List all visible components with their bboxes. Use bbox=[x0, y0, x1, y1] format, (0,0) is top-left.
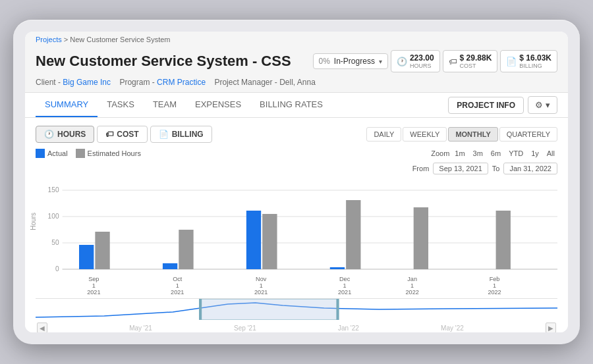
svg-text:2021: 2021 bbox=[87, 289, 100, 296]
monthly-period-button[interactable]: MONTHLY bbox=[448, 127, 497, 142]
status-text: In-Progress bbox=[334, 57, 375, 66]
status-chevron-icon: ▾ bbox=[379, 58, 382, 65]
tag-icon: 🏷 bbox=[449, 57, 457, 66]
svg-text:Feb: Feb bbox=[490, 276, 500, 282]
zoom-1m-button[interactable]: 1m bbox=[452, 148, 467, 159]
cost-value: $ 29.88K bbox=[460, 53, 492, 63]
svg-text:Sep: Sep bbox=[88, 276, 99, 282]
project-header: New Customer Service System - CSS 0% In-… bbox=[36, 46, 557, 78]
status-pill[interactable]: 0% In-Progress ▾ bbox=[313, 53, 388, 69]
svg-text:Nov: Nov bbox=[256, 276, 267, 282]
tab-summary[interactable]: SUMMARY bbox=[36, 93, 98, 117]
gear-dropdown-icon: ▾ bbox=[546, 100, 550, 110]
program-link[interactable]: CRM Practice bbox=[157, 78, 206, 87]
svg-text:Jan: Jan bbox=[407, 276, 417, 282]
tab-tasks[interactable]: TASKS bbox=[98, 93, 144, 117]
svg-text:1: 1 bbox=[260, 282, 263, 289]
cost-type-button[interactable]: 🏷 COST bbox=[97, 126, 147, 143]
clock-small-icon: 🕐 bbox=[44, 130, 54, 139]
svg-rect-28 bbox=[199, 299, 202, 320]
zoom-row: Zoom 1m 3m 6m YTD 1y All bbox=[431, 148, 557, 159]
svg-text:2021: 2021 bbox=[254, 289, 268, 296]
mini-chart-area: ◀ May '21 Sep '21 Jan '22 May '22 ▶ bbox=[36, 298, 557, 325]
tag-small-icon: 🏷 bbox=[105, 130, 113, 139]
meta-row: Client - Big Game Inc Program - CRM Prac… bbox=[36, 78, 557, 92]
legend-zoom-row: Actual Estimated Hours Zoom 1m 3m 6m YTD… bbox=[36, 148, 557, 159]
to-label: To bbox=[492, 165, 500, 172]
hours-type-button[interactable]: 🕐 HOURS bbox=[36, 126, 94, 143]
zoom-6m-button[interactable]: 6m bbox=[488, 148, 503, 159]
svg-text:2022: 2022 bbox=[488, 289, 501, 296]
clock-icon: 🕐 bbox=[397, 57, 407, 66]
actual-legend-label: Actual bbox=[47, 149, 68, 157]
client-link[interactable]: Big Game Inc bbox=[63, 78, 111, 87]
billing-label: BILLING bbox=[519, 63, 551, 69]
screen: Projects > New Customer Service System N… bbox=[25, 32, 568, 332]
mini-label-sep21: Sep '21 bbox=[234, 325, 256, 332]
bar-sep-actual bbox=[79, 245, 94, 269]
cost-label: COST bbox=[460, 63, 492, 69]
scroll-left-button[interactable]: ◀ bbox=[37, 323, 47, 332]
bar-feb-estimated bbox=[496, 211, 511, 269]
top-bar: Projects > New Customer Service System N… bbox=[25, 32, 568, 93]
bar-oct-estimated bbox=[179, 230, 193, 269]
bar-dec-actual bbox=[330, 267, 345, 269]
svg-text:0: 0 bbox=[55, 265, 59, 273]
zoom-ytd-button[interactable]: YTD bbox=[506, 148, 526, 159]
svg-text:2021: 2021 bbox=[338, 289, 351, 296]
from-date[interactable]: Sep 13, 2021 bbox=[433, 163, 488, 174]
scroll-right-button[interactable]: ▶ bbox=[546, 323, 556, 332]
svg-text:2022: 2022 bbox=[406, 289, 419, 296]
doc-icon: 📄 bbox=[159, 130, 169, 139]
mini-chart-svg bbox=[36, 299, 557, 320]
hours-value: 223.00 bbox=[410, 53, 434, 63]
header-stats: 0% In-Progress ▾ 🕐 223.00 HOURS bbox=[313, 50, 557, 72]
actual-legend-box bbox=[36, 149, 45, 158]
svg-text:1: 1 bbox=[493, 282, 496, 289]
breadcrumb-current: New Customer Service System bbox=[70, 36, 170, 43]
breadcrumb: Projects > New Customer Service System bbox=[36, 36, 557, 46]
estimated-legend-label: Estimated Hours bbox=[88, 149, 141, 157]
manager-name: Dell, Anna bbox=[279, 78, 316, 87]
zoom-all-button[interactable]: All bbox=[544, 148, 557, 159]
svg-text:1: 1 bbox=[92, 282, 96, 289]
svg-text:2021: 2021 bbox=[171, 289, 184, 296]
tab-billing-rates[interactable]: BILLING RATES bbox=[250, 93, 332, 117]
chart-area: Hours 0 50 100 150 bbox=[36, 177, 557, 296]
daily-period-button[interactable]: DAILY bbox=[366, 127, 401, 142]
breadcrumb-parent[interactable]: Projects bbox=[36, 36, 62, 43]
weekly-period-button[interactable]: WEEKLY bbox=[403, 127, 447, 142]
bar-jan-estimated bbox=[414, 207, 428, 269]
period-buttons: DAILY WEEKLY MONTHLY QUARTERLY bbox=[366, 127, 557, 142]
project-info-button[interactable]: PROJECT INFO bbox=[448, 97, 524, 114]
to-date[interactable]: Jan 31, 2022 bbox=[503, 163, 557, 174]
legend: Actual Estimated Hours bbox=[36, 149, 141, 158]
svg-text:1: 1 bbox=[410, 282, 414, 289]
svg-text:150: 150 bbox=[48, 186, 59, 194]
svg-text:50: 50 bbox=[51, 239, 59, 246]
bar-nov-estimated bbox=[262, 214, 277, 269]
tablet-frame: Projects > New Customer Service System N… bbox=[13, 20, 580, 344]
progress-pct: 0% bbox=[319, 57, 330, 66]
settings-button[interactable]: ⚙ ▾ bbox=[528, 96, 557, 114]
tab-expenses[interactable]: EXPENSES bbox=[186, 93, 250, 117]
quarterly-period-button[interactable]: QUARTERLY bbox=[499, 127, 557, 142]
zoom-1y-button[interactable]: 1y bbox=[528, 148, 542, 159]
billing-type-button[interactable]: 📄 BILLING bbox=[150, 126, 212, 143]
bar-nov-actual bbox=[246, 211, 261, 269]
svg-rect-29 bbox=[336, 299, 339, 320]
zoom-label: Zoom bbox=[431, 149, 449, 157]
content-area: 🕐 HOURS 🏷 COST 📄 BILLING DAILY WEEKLY bbox=[25, 118, 568, 332]
bar-dec-estimated bbox=[346, 200, 360, 269]
mini-label-may22: May '22 bbox=[441, 325, 464, 332]
bar-chart: 0 50 100 150 Sep 1 2021 Oct bbox=[36, 177, 557, 296]
chart-controls-top: 🕐 HOURS 🏷 COST 📄 BILLING DAILY WEEKLY bbox=[36, 126, 557, 143]
project-title: New Customer Service System - CSS bbox=[36, 53, 291, 70]
zoom-3m-button[interactable]: 3m bbox=[470, 148, 486, 159]
estimated-legend-item: Estimated Hours bbox=[76, 149, 141, 158]
bar-sep-estimated bbox=[95, 232, 109, 269]
tab-team[interactable]: TEAM bbox=[144, 93, 186, 117]
svg-text:1: 1 bbox=[176, 282, 179, 289]
billing-icon: 📄 bbox=[506, 57, 517, 66]
nav-tabs: SUMMARY TASKS TEAM EXPENSES BILLING RATE… bbox=[25, 93, 568, 118]
